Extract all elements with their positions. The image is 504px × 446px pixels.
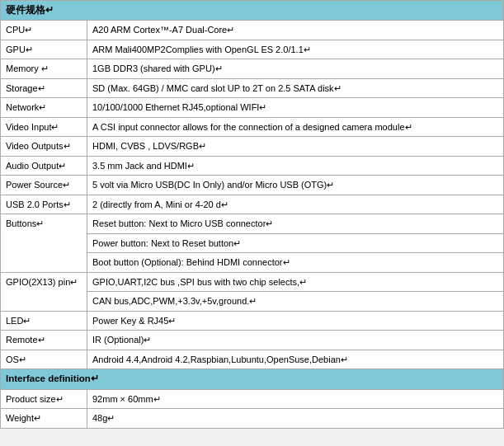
row-label: CPU↵ — [1, 21, 87, 40]
row-value: Power button: Next to Reset button↵ — [87, 233, 504, 253]
row-value: Power Key & RJ45↵ — [87, 311, 504, 331]
row-value: 1GB DDR3 (shared with GPU)↵ — [87, 59, 504, 79]
table-row: GPIO(2X13) pin↵GPIO,UART,I2C bus ,SPI bu… — [1, 272, 504, 292]
row-label: OS↵ — [1, 350, 87, 369]
row-value: IR (Optional)↵ — [87, 331, 504, 350]
row-label: Network↵ — [1, 98, 87, 118]
row-label: USB 2.0 Ports↵ — [1, 195, 87, 214]
section-header-label: 硬件规格↵ — [1, 1, 504, 21]
section-header-label: Interface definition↵ — [1, 369, 504, 389]
table-row: OS↵Android 4.4,Android 4.2,Raspbian,Lubu… — [1, 350, 504, 369]
row-label: Product size↵ — [1, 389, 87, 409]
row-value: A20 ARM Cortex™-A7 Dual-Core↵ — [87, 21, 504, 40]
table-row: Memory ↵1GB DDR3 (shared with GPU)↵ — [1, 59, 504, 79]
row-value: CAN bus,ADC,PWM,+3.3v,+5v,ground.↵ — [87, 292, 504, 312]
row-label: GPU↵ — [1, 40, 87, 59]
table-row: USB 2.0 Ports↵2 (directly from A, Mini o… — [1, 195, 504, 214]
row-label: Remote↵ — [1, 331, 87, 350]
table-row: Buttons↵Reset button: Next to Micro USB … — [1, 214, 504, 234]
row-label: Weight↵ — [1, 409, 87, 429]
row-value: GPIO,UART,I2C bus ,SPI bus with two chip… — [87, 272, 504, 292]
row-value: 2 (directly from A, Mini or 4-20 d↵ — [87, 195, 504, 214]
row-label: Power Source↵ — [1, 176, 87, 195]
row-label: LED↵ — [1, 311, 87, 331]
table-row: Video Input↵A CSI input connector allows… — [1, 117, 504, 137]
row-value: 10/100/1000 Ethernet RJ45,optional WIFI↵ — [87, 98, 504, 118]
row-label: Video Outputs↵ — [1, 137, 87, 157]
page-wrapper: 硬件规格↵CPU↵A20 ARM Cortex™-A7 Dual-Core↵GP… — [0, 0, 504, 429]
table-row: LED↵Power Key & RJ45↵ — [1, 311, 504, 331]
specs-table: 硬件规格↵CPU↵A20 ARM Cortex™-A7 Dual-Core↵GP… — [0, 0, 504, 429]
row-value: Boot button (Optional): Behind HDMI conn… — [87, 253, 504, 273]
table-row: Remote↵IR (Optional)↵ — [1, 331, 504, 350]
row-value: 5 volt via Micro USB(DC In Only) and/or … — [87, 176, 504, 195]
table-row: GPU↵ARM Mali400MP2Complies with OpenGL E… — [1, 40, 504, 59]
table-row: Power Source↵5 volt via Micro USB(DC In … — [1, 176, 504, 195]
row-value: A CSI input connector allows for the con… — [87, 117, 504, 137]
table-row: Product size↵92mm × 60mm↵ — [1, 389, 504, 409]
row-value: 48g↵ — [87, 409, 504, 429]
table-row: Weight↵48g↵ — [1, 409, 504, 429]
row-value: Android 4.4,Android 4.2,Raspbian,Lubuntu… — [87, 350, 504, 369]
row-value: Reset button: Next to Micro USB connecto… — [87, 214, 504, 234]
row-value: ARM Mali400MP2Complies with OpenGL ES 2.… — [87, 40, 504, 59]
row-label: Audio Output↵ — [1, 156, 87, 176]
row-label: Memory ↵ — [1, 59, 87, 79]
row-label: Video Input↵ — [1, 117, 87, 137]
row-value: SD (Max. 64GB) / MMC card slot UP to 2T … — [87, 78, 504, 98]
table-row: Network↵10/100/1000 Ethernet RJ45,option… — [1, 98, 504, 118]
section-header-row: 硬件规格↵ — [1, 1, 504, 21]
row-label: Storage↵ — [1, 78, 87, 98]
row-label: Buttons↵ — [1, 214, 87, 273]
row-value: 92mm × 60mm↵ — [87, 389, 504, 409]
table-row: Storage↵SD (Max. 64GB) / MMC card slot U… — [1, 78, 504, 98]
table-row: Audio Output↵3.5 mm Jack and HDMI↵ — [1, 156, 504, 176]
row-label: GPIO(2X13) pin↵ — [1, 272, 87, 311]
table-row: Video Outputs↵HDMI, CVBS , LDVS/RGB↵ — [1, 137, 504, 157]
row-value: 3.5 mm Jack and HDMI↵ — [87, 156, 504, 176]
row-value: HDMI, CVBS , LDVS/RGB↵ — [87, 137, 504, 157]
table-row: CPU↵A20 ARM Cortex™-A7 Dual-Core↵ — [1, 21, 504, 40]
section-header-row: Interface definition↵ — [1, 369, 504, 389]
